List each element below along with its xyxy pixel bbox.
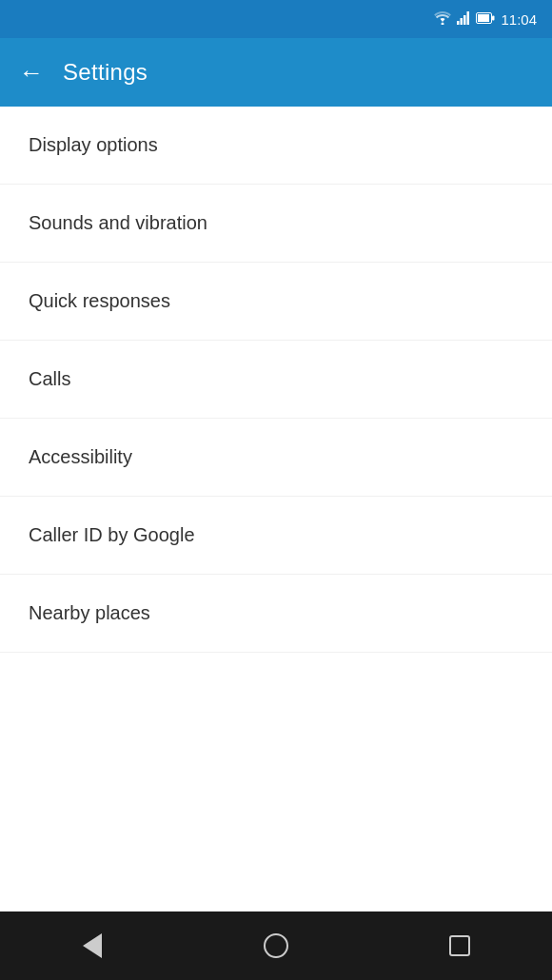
recents-square-icon	[449, 935, 470, 956]
back-triangle-icon	[83, 933, 102, 958]
svg-rect-3	[463, 15, 466, 25]
settings-item-nearby-places[interactable]: Nearby places	[0, 575, 552, 653]
settings-item-calls[interactable]: Calls	[0, 341, 552, 419]
settings-item-accessibility[interactable]: Accessibility	[0, 419, 552, 497]
settings-item-label-calls: Calls	[29, 368, 70, 390]
settings-item-label-display-options: Display options	[29, 134, 158, 156]
status-time: 11:04	[501, 11, 537, 28]
status-icons: 11:04	[434, 11, 537, 28]
app-bar: ← Settings	[0, 38, 552, 107]
page-title: Settings	[63, 59, 148, 86]
battery-icon	[476, 12, 495, 27]
svg-rect-1	[457, 21, 460, 25]
wifi-icon	[434, 11, 451, 28]
back-button[interactable]: ←	[19, 60, 44, 85]
svg-rect-2	[461, 18, 463, 25]
svg-rect-7	[492, 15, 495, 20]
status-bar: 11:04	[0, 0, 552, 38]
nav-home-button[interactable]	[247, 917, 305, 974]
settings-item-label-accessibility: Accessibility	[29, 446, 132, 468]
settings-item-display-options[interactable]: Display options	[0, 107, 552, 185]
nav-back-button[interactable]	[64, 917, 121, 974]
signal-icon	[457, 11, 470, 28]
settings-item-quick-responses[interactable]: Quick responses	[0, 263, 552, 341]
nav-recents-button[interactable]	[431, 917, 488, 974]
settings-item-sounds-vibration[interactable]: Sounds and vibration	[0, 185, 552, 263]
bottom-nav-bar	[0, 911, 552, 980]
settings-item-label-sounds-vibration: Sounds and vibration	[29, 212, 207, 234]
settings-item-label-caller-id: Caller ID by Google	[29, 524, 195, 546]
svg-rect-4	[467, 11, 470, 25]
home-circle-icon	[264, 933, 288, 958]
settings-item-label-nearby-places: Nearby places	[29, 602, 150, 624]
settings-item-caller-id[interactable]: Caller ID by Google	[0, 497, 552, 575]
settings-item-label-quick-responses: Quick responses	[29, 290, 170, 312]
settings-list: Display optionsSounds and vibrationQuick…	[0, 107, 552, 653]
svg-rect-6	[478, 14, 489, 22]
svg-point-0	[442, 22, 444, 25]
